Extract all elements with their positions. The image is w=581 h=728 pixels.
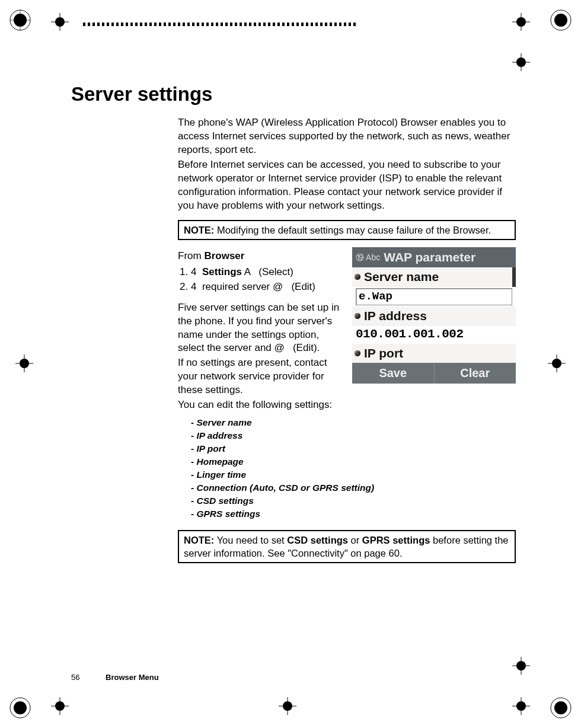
cross-mark-tr2: [512, 53, 530, 71]
cross-mark-ml: [15, 355, 33, 372]
setting-item: Linger time: [191, 469, 516, 481]
phone-row2-label: IP address: [364, 308, 427, 324]
note-box-2: NOTE: You need to set CSD settings or GP…: [178, 530, 516, 564]
mid-paragraph-1: Five server settings can be set up in th…: [178, 301, 344, 356]
steps-list: 4 Settings A (Select) 4 required server …: [178, 266, 344, 294]
cross-mark-mr: [548, 355, 566, 372]
phone-value-ip: 010.001.001.002: [352, 326, 516, 344]
page-number: 56: [71, 673, 79, 682]
crop-circle-br: [549, 696, 573, 720]
setting-item: Server name: [191, 417, 516, 429]
svg-point-7: [14, 701, 27, 714]
note-box-1: NOTE: Modifying the default settings may…: [178, 220, 516, 240]
setting-item: IP port: [191, 443, 516, 455]
phone-title: WAP parameter: [384, 249, 475, 266]
svg-point-3: [14, 14, 27, 27]
mid-paragraph-3: You can edit the following settings:: [178, 398, 344, 412]
from-prefix: From: [178, 250, 204, 261]
intro-paragraph-1: The phone's WAP (Wireless Application Pr…: [178, 116, 516, 157]
phone-titlebar: ⑲ Abc WAP parameter: [352, 247, 516, 267]
step-1: 4 Settings A (Select): [191, 266, 344, 279]
cross-mark-bl: [51, 697, 69, 715]
bullet-icon: [355, 274, 360, 280]
page-heading: Server settings: [71, 83, 522, 106]
bullet-icon: [355, 350, 360, 356]
bullet-icon: [355, 313, 360, 319]
note2-b2: GPRS settings: [362, 535, 430, 545]
phone-title-small: ⑲ Abc: [356, 252, 380, 263]
phone-row-servername: Server name: [352, 267, 516, 286]
setting-item: IP address: [191, 430, 516, 442]
note2-label: NOTE:: [184, 535, 214, 545]
phone-softkey-save: Save: [352, 363, 434, 384]
step-2: 4 required server @ (Edit): [191, 280, 344, 294]
phone-row1-label: Server name: [364, 269, 439, 285]
setting-item: Connection (Auto, CSD or GPRS setting): [191, 482, 516, 494]
svg-point-5: [554, 14, 567, 27]
step1-bold: Settings: [202, 266, 242, 277]
page-footer: 56 Browser Menu: [71, 673, 159, 682]
svg-point-9: [554, 701, 567, 714]
cross-mark-tr: [512, 13, 530, 31]
note-text: Modifying the default settings may cause…: [214, 225, 491, 235]
cross-mark-bm: [279, 697, 296, 715]
mid-paragraph-2: If no settings are present, contact your…: [178, 356, 344, 397]
from-line: From Browser: [178, 250, 344, 263]
cross-mark-br: [512, 697, 530, 715]
cross-mark-br2: [512, 657, 530, 675]
phone-softkeys: Save Clear: [352, 363, 516, 384]
step1-glyph: 4: [191, 266, 196, 277]
note2-b1: CSD settings: [287, 535, 348, 545]
phone-screenshot: ⑲ Abc WAP parameter Server name e.Wap IP…: [352, 247, 516, 384]
setting-item: GPRS settings: [191, 508, 516, 521]
crop-circle-tl: [8, 8, 32, 32]
section-name: Browser Menu: [106, 673, 159, 682]
note2-mid: or: [348, 535, 362, 545]
setting-item: CSD settings: [191, 495, 516, 507]
step1-post: A (Select): [242, 266, 293, 277]
from-bold: Browser: [204, 250, 244, 261]
step2-post: required server @ (Edit): [196, 281, 315, 292]
note-label: NOTE:: [184, 225, 214, 235]
phone-input-servername: e.Wap: [356, 288, 512, 306]
setting-item: Homepage: [191, 456, 516, 468]
decorative-border: [83, 23, 356, 26]
phone-row-ipaddress: IP address: [352, 306, 516, 325]
editable-settings-list: Server name IP address IP port Homepage …: [191, 417, 516, 520]
note2-a: You need to set: [214, 535, 287, 545]
crop-circle-tr: [549, 8, 573, 32]
cross-mark-tl: [51, 13, 69, 31]
phone-row-ipport: IP port: [352, 344, 516, 363]
crop-circle-bl: [8, 696, 32, 720]
phone-softkey-clear: Clear: [434, 363, 516, 384]
intro-paragraph-2: Before Internet services can be accessed…: [178, 158, 516, 213]
phone-row3-label: IP port: [364, 345, 403, 362]
